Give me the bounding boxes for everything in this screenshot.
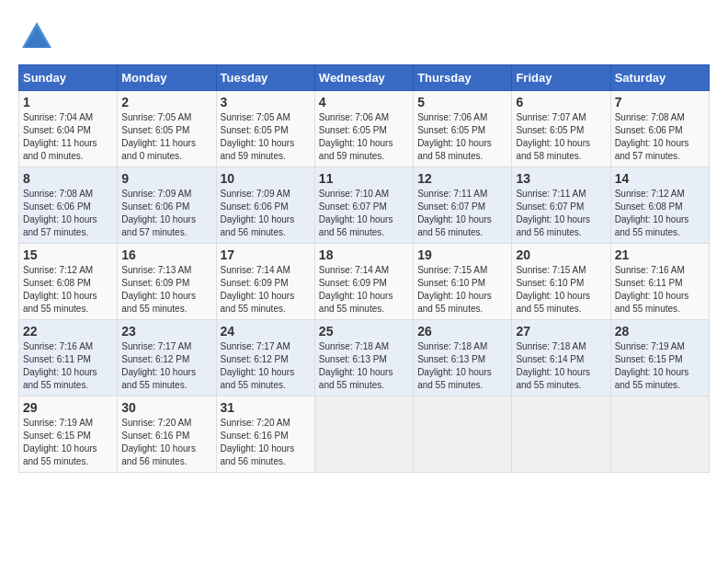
day-number: 10: [221, 171, 311, 186]
calendar-cell: 17 Sunrise: 7:14 AMSunset: 6:09 PMDaylig…: [216, 244, 314, 320]
day-info: Sunrise: 7:09 AMSunset: 6:06 PMDaylight:…: [221, 189, 295, 237]
calendar-week-3: 22 Sunrise: 7:16 AMSunset: 6:11 PMDaylig…: [19, 320, 710, 396]
calendar-cell: [314, 396, 413, 473]
day-number: 19: [417, 247, 507, 262]
calendar-cell: 7 Sunrise: 7:08 AMSunset: 6:06 PMDayligh…: [610, 91, 709, 167]
day-number: 27: [516, 324, 606, 339]
calendar-cell: 23 Sunrise: 7:17 AMSunset: 6:12 PMDaylig…: [118, 320, 216, 396]
day-number: 6: [516, 95, 606, 109]
day-number: 16: [121, 247, 211, 262]
calendar-cell: 5 Sunrise: 7:06 AMSunset: 6:05 PMDayligh…: [414, 91, 512, 167]
day-info: Sunrise: 7:18 AMSunset: 6:13 PMDaylight:…: [417, 341, 492, 390]
day-info: Sunrise: 7:08 AMSunset: 6:06 PMDaylight:…: [615, 112, 689, 161]
day-number: 24: [221, 324, 311, 339]
calendar-cell: 15 Sunrise: 7:12 AMSunset: 6:08 PMDaylig…: [19, 244, 118, 320]
day-info: Sunrise: 7:09 AMSunset: 6:06 PMDaylight:…: [121, 189, 196, 237]
day-info: Sunrise: 7:05 AMSunset: 6:05 PMDaylight:…: [221, 112, 295, 161]
day-number: 25: [319, 324, 409, 339]
calendar-week-4: 29 Sunrise: 7:19 AMSunset: 6:15 PMDaylig…: [19, 396, 710, 473]
day-info: Sunrise: 7:12 AMSunset: 6:08 PMDaylight:…: [615, 189, 689, 237]
logo-icon: [18, 18, 55, 55]
day-number: 30: [121, 400, 211, 415]
calendar-cell: 8 Sunrise: 7:08 AMSunset: 6:06 PMDayligh…: [19, 167, 118, 244]
calendar-cell: 6 Sunrise: 7:07 AMSunset: 6:05 PMDayligh…: [512, 91, 610, 167]
day-number: 4: [319, 95, 409, 109]
calendar-week-1: 8 Sunrise: 7:08 AMSunset: 6:06 PMDayligh…: [19, 167, 710, 244]
calendar-cell: 20 Sunrise: 7:15 AMSunset: 6:10 PMDaylig…: [512, 244, 610, 320]
column-header-wednesday: Wednesday: [314, 65, 413, 91]
day-number: 23: [121, 324, 211, 339]
calendar-cell: 12 Sunrise: 7:11 AMSunset: 6:07 PMDaylig…: [414, 167, 512, 244]
day-info: Sunrise: 7:16 AMSunset: 6:11 PMDaylight:…: [615, 265, 689, 314]
day-info: Sunrise: 7:06 AMSunset: 6:05 PMDaylight:…: [319, 112, 393, 161]
day-number: 21: [615, 247, 705, 262]
day-number: 29: [23, 400, 113, 415]
calendar-cell: [610, 396, 709, 473]
day-number: 2: [121, 95, 211, 109]
day-number: 7: [615, 95, 705, 109]
day-info: Sunrise: 7:18 AMSunset: 6:13 PMDaylight:…: [319, 341, 393, 390]
column-headers: SundayMondayTuesdayWednesdayThursdayFrid…: [19, 65, 710, 91]
day-info: Sunrise: 7:11 AMSunset: 6:07 PMDaylight:…: [417, 189, 492, 237]
day-number: 9: [121, 171, 211, 186]
calendar-cell: 24 Sunrise: 7:17 AMSunset: 6:12 PMDaylig…: [216, 320, 314, 396]
day-number: 18: [319, 247, 409, 262]
day-number: 1: [23, 95, 113, 109]
calendar-cell: 2 Sunrise: 7:05 AMSunset: 6:05 PMDayligh…: [118, 91, 216, 167]
page-header: [18, 18, 710, 55]
day-info: Sunrise: 7:14 AMSunset: 6:09 PMDaylight:…: [221, 265, 295, 314]
day-info: Sunrise: 7:15 AMSunset: 6:10 PMDaylight:…: [516, 265, 590, 314]
day-info: Sunrise: 7:07 AMSunset: 6:05 PMDaylight:…: [516, 112, 590, 161]
day-info: Sunrise: 7:10 AMSunset: 6:07 PMDaylight:…: [319, 189, 393, 237]
day-info: Sunrise: 7:20 AMSunset: 6:16 PMDaylight:…: [121, 418, 196, 466]
calendar-cell: 13 Sunrise: 7:11 AMSunset: 6:07 PMDaylig…: [512, 167, 610, 244]
day-number: 22: [23, 324, 113, 339]
day-number: 28: [615, 324, 705, 339]
column-header-thursday: Thursday: [414, 65, 512, 91]
calendar-cell: 29 Sunrise: 7:19 AMSunset: 6:15 PMDaylig…: [19, 396, 118, 473]
day-info: Sunrise: 7:16 AMSunset: 6:11 PMDaylight:…: [23, 341, 97, 390]
column-header-friday: Friday: [512, 65, 610, 91]
day-info: Sunrise: 7:08 AMSunset: 6:06 PMDaylight:…: [23, 189, 97, 237]
calendar-cell: 22 Sunrise: 7:16 AMSunset: 6:11 PMDaylig…: [19, 320, 118, 396]
day-info: Sunrise: 7:05 AMSunset: 6:05 PMDaylight:…: [121, 112, 196, 161]
calendar-cell: [414, 396, 512, 473]
day-number: 17: [221, 247, 311, 262]
day-number: 3: [221, 95, 311, 109]
day-info: Sunrise: 7:11 AMSunset: 6:07 PMDaylight:…: [516, 189, 590, 237]
day-info: Sunrise: 7:15 AMSunset: 6:10 PMDaylight:…: [417, 265, 492, 314]
calendar-cell: [512, 396, 610, 473]
calendar-cell: 11 Sunrise: 7:10 AMSunset: 6:07 PMDaylig…: [314, 167, 413, 244]
day-number: 5: [417, 95, 507, 109]
column-header-sunday: Sunday: [19, 65, 118, 91]
day-info: Sunrise: 7:06 AMSunset: 6:05 PMDaylight:…: [417, 112, 492, 161]
calendar-cell: 18 Sunrise: 7:14 AMSunset: 6:09 PMDaylig…: [314, 244, 413, 320]
calendar-cell: 26 Sunrise: 7:18 AMSunset: 6:13 PMDaylig…: [414, 320, 512, 396]
day-info: Sunrise: 7:13 AMSunset: 6:09 PMDaylight:…: [121, 265, 196, 314]
day-number: 12: [417, 171, 507, 186]
day-number: 11: [319, 171, 409, 186]
calendar-cell: 21 Sunrise: 7:16 AMSunset: 6:11 PMDaylig…: [610, 244, 709, 320]
day-number: 14: [615, 171, 705, 186]
day-info: Sunrise: 7:14 AMSunset: 6:09 PMDaylight:…: [319, 265, 393, 314]
day-number: 20: [516, 247, 606, 262]
day-info: Sunrise: 7:20 AMSunset: 6:16 PMDaylight:…: [221, 418, 295, 466]
day-info: Sunrise: 7:19 AMSunset: 6:15 PMDaylight:…: [23, 418, 97, 466]
calendar-cell: 14 Sunrise: 7:12 AMSunset: 6:08 PMDaylig…: [610, 167, 709, 244]
calendar-cell: 3 Sunrise: 7:05 AMSunset: 6:05 PMDayligh…: [216, 91, 314, 167]
column-header-monday: Monday: [118, 65, 216, 91]
day-number: 15: [23, 247, 113, 262]
day-info: Sunrise: 7:04 AMSunset: 6:04 PMDaylight:…: [23, 112, 97, 161]
calendar-cell: 10 Sunrise: 7:09 AMSunset: 6:06 PMDaylig…: [216, 167, 314, 244]
day-info: Sunrise: 7:19 AMSunset: 6:15 PMDaylight:…: [615, 341, 689, 390]
logo: [18, 18, 61, 55]
calendar-cell: 30 Sunrise: 7:20 AMSunset: 6:16 PMDaylig…: [118, 396, 216, 473]
calendar-cell: 27 Sunrise: 7:18 AMSunset: 6:14 PMDaylig…: [512, 320, 610, 396]
day-info: Sunrise: 7:17 AMSunset: 6:12 PMDaylight:…: [221, 341, 295, 390]
day-number: 8: [23, 171, 113, 186]
calendar-cell: 19 Sunrise: 7:15 AMSunset: 6:10 PMDaylig…: [414, 244, 512, 320]
calendar-cell: 25 Sunrise: 7:18 AMSunset: 6:13 PMDaylig…: [314, 320, 413, 396]
calendar-table: SundayMondayTuesdayWednesdayThursdayFrid…: [18, 64, 710, 473]
calendar-cell: 4 Sunrise: 7:06 AMSunset: 6:05 PMDayligh…: [314, 91, 413, 167]
column-header-tuesday: Tuesday: [216, 65, 314, 91]
